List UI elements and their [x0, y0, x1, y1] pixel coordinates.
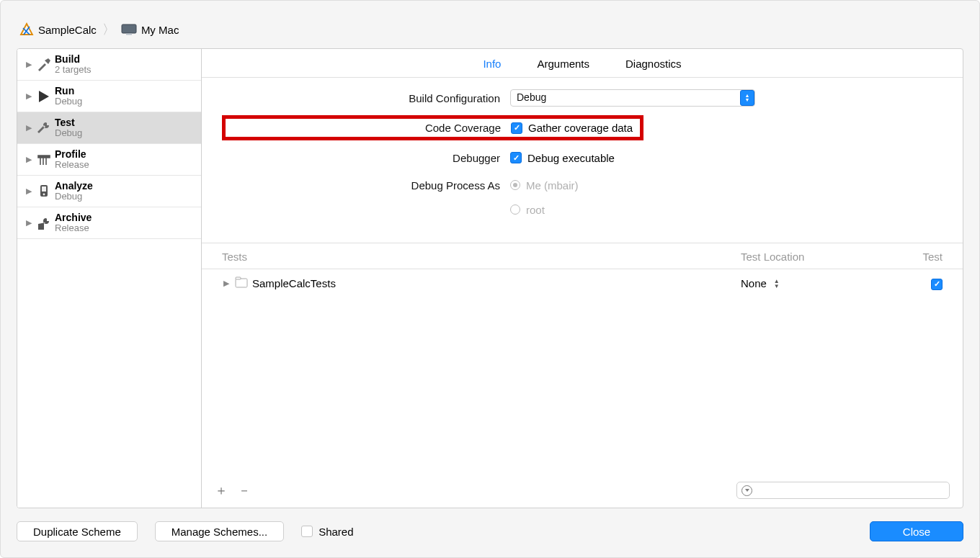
gauge-icon — [36, 152, 52, 168]
sidebar-item-label: Profile — [55, 148, 89, 160]
disclosure-triangle-icon[interactable]: ▶ — [24, 91, 33, 101]
disclosure-triangle-icon[interactable]: ▶ — [24, 60, 33, 69]
scheme-sidebar: ▶ Build 2 targets ▶ Run Debug — [17, 49, 202, 508]
sidebar-item-subtitle: Debug — [55, 128, 82, 139]
checkbox-shared[interactable]: ✓ — [301, 526, 313, 537]
sidebar-item-label: Build — [55, 53, 92, 65]
content-area: Info Arguments Diagnostics Build Configu… — [202, 49, 963, 508]
tabs-row: Info Arguments Diagnostics — [202, 49, 963, 78]
disclosure-triangle-icon[interactable]: ▶ — [24, 123, 33, 132]
test-location-value[interactable]: None — [741, 277, 767, 289]
manage-schemes-button[interactable]: Manage Schemes... — [155, 521, 284, 541]
bottom-bar: Duplicate Scheme Manage Schemes... ✓ Sha… — [17, 508, 963, 541]
sidebar-item-label: Archive — [55, 212, 92, 223]
col-test: Test — [906, 251, 943, 263]
row-build-configuration: Build Configuration Debug ▲▼ — [222, 88, 943, 108]
sidebar-item-analyze[interactable]: ▶ Analyze Debug — [17, 176, 201, 207]
build-configuration-select[interactable]: Debug ▲▼ — [510, 89, 755, 107]
sidebar-item-subtitle: Release — [55, 223, 92, 234]
disclosure-triangle-icon[interactable]: ▶ — [24, 218, 33, 228]
test-bundle-icon — [235, 276, 248, 290]
tests-section: Tests Test Location Test ▶ SampleCalcTes… — [202, 243, 963, 508]
svg-rect-4 — [42, 186, 46, 192]
svg-rect-7 — [236, 277, 241, 279]
sidebar-item-label: Analyze — [55, 180, 93, 192]
archive-icon — [36, 215, 52, 231]
filter-scope-icon[interactable] — [741, 485, 752, 496]
sidebar-item-archive[interactable]: ▶ Archive Release — [17, 207, 201, 239]
disclosure-triangle-icon[interactable]: ▶ — [24, 155, 33, 164]
play-icon — [36, 89, 52, 104]
checkbox-test-enabled[interactable]: ✓ — [931, 279, 943, 290]
breadcrumb-project[interactable]: SampleCalc — [38, 24, 97, 36]
breadcrumb-target[interactable]: My Mac — [141, 24, 179, 36]
scheme-editor-window: SampleCalc 〉 My Mac ▶ Build 2 targets ▶ — [0, 0, 980, 558]
chevron-right-icon: 〉 — [101, 21, 117, 38]
sidebar-item-subtitle: Release — [55, 160, 89, 171]
label-debugger: Debugger — [222, 152, 510, 164]
tab-info[interactable]: Info — [483, 58, 501, 70]
xcode-project-icon — [19, 22, 34, 37]
hammer-icon — [36, 57, 52, 73]
row-debugger: Debugger ✓ Debug executable — [222, 148, 943, 168]
sidebar-item-label: Test — [55, 117, 82, 128]
label-debug-process-as: Debug Process As — [222, 179, 510, 192]
row-code-coverage: Code Coverage ✓ Gather coverage data — [222, 115, 943, 140]
svg-rect-6 — [236, 279, 247, 287]
svg-rect-1 — [126, 34, 132, 35]
radio-root[interactable] — [510, 204, 520, 215]
col-tests: Tests — [222, 251, 741, 263]
main-pane: ▶ Build 2 targets ▶ Run Debug — [17, 48, 963, 508]
disclosure-triangle-icon[interactable]: ▶ — [24, 186, 33, 196]
sidebar-item-profile[interactable]: ▶ Profile Release — [17, 144, 201, 176]
shared-group: ✓ Shared — [301, 526, 353, 538]
info-form: Build Configuration Debug ▲▼ Code Covera… — [202, 78, 963, 243]
radio-label-root: root — [526, 204, 545, 216]
svg-rect-2 — [38, 156, 50, 158]
tab-diagnostics[interactable]: Diagnostics — [625, 58, 682, 70]
radio-me[interactable] — [510, 180, 520, 190]
svg-rect-0 — [122, 24, 136, 33]
row-debug-process-as: Debug Process As Me (mbair) — [222, 175, 943, 195]
row-debug-process-as-root: root — [222, 199, 943, 220]
checkbox-label: Debug executable — [527, 152, 615, 164]
remove-button[interactable]: － — [238, 482, 251, 499]
test-bundle-name: SampleCalcTests — [252, 277, 336, 289]
sidebar-item-subtitle: Debug — [55, 192, 93, 202]
label-code-coverage: Code Coverage — [226, 122, 511, 134]
close-button[interactable]: Close — [870, 521, 963, 541]
sidebar-item-label: Run — [55, 85, 82, 96]
sidebar-item-test[interactable]: ▶ Test Debug — [17, 112, 201, 144]
breadcrumb[interactable]: SampleCalc 〉 My Mac — [17, 17, 963, 48]
tab-arguments[interactable]: Arguments — [537, 58, 589, 70]
select-value: Debug — [510, 89, 755, 107]
add-button[interactable]: ＋ — [215, 482, 228, 499]
location-stepper-icon[interactable]: ▲▼ — [774, 279, 780, 289]
duplicate-scheme-button[interactable]: Duplicate Scheme — [17, 521, 138, 541]
wrench-icon — [36, 120, 52, 136]
sidebar-item-subtitle: Debug — [55, 96, 82, 107]
mac-icon — [121, 24, 137, 35]
select-arrows-icon: ▲▼ — [740, 90, 754, 106]
sidebar-item-run[interactable]: ▶ Run Debug — [17, 81, 201, 112]
table-row[interactable]: ▶ SampleCalcTests None ▲▼ ✓ — [202, 269, 963, 297]
sidebar-item-subtitle: 2 targets — [55, 65, 92, 76]
checkbox-label: Gather coverage data — [528, 122, 633, 134]
col-location: Test Location — [741, 251, 906, 263]
tests-header: Tests Test Location Test — [202, 243, 963, 269]
radio-label-me: Me (mbair) — [526, 179, 579, 192]
checkbox-debug-executable[interactable]: ✓ — [510, 152, 522, 163]
callout-highlight: Code Coverage ✓ Gather coverage data — [222, 115, 643, 140]
analyze-icon — [36, 184, 52, 199]
disclosure-triangle-icon[interactable]: ▶ — [222, 279, 231, 288]
label-build-configuration: Build Configuration — [222, 92, 510, 104]
sidebar-item-build[interactable]: ▶ Build 2 targets — [17, 49, 201, 81]
shared-label: Shared — [318, 526, 353, 538]
checkbox-gather-coverage[interactable]: ✓ — [511, 122, 522, 134]
tests-footer: ＋ － — [202, 476, 963, 508]
filter-input[interactable] — [736, 482, 950, 499]
svg-point-5 — [43, 193, 45, 195]
